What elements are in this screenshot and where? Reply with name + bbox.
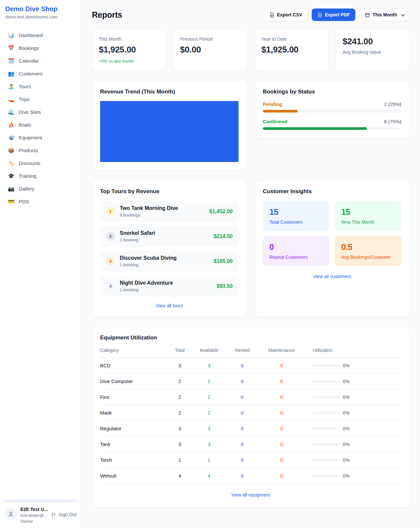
- tour-info: Night Dive Adventure1 booking: [120, 280, 212, 292]
- insight-tile-new-this-month: 15New This Month: [335, 201, 401, 231]
- tour-revenue: $93.50: [217, 283, 233, 289]
- sidebar-item-label: Calendar: [19, 58, 39, 64]
- stat-card-year-to-date: Year to Date $1,925.00: [255, 30, 328, 71]
- tour-row-snorkel-safari: 2Snorkel Safari1 booking$214.50: [100, 226, 239, 247]
- view-all-tours-link[interactable]: View all tours: [100, 303, 239, 308]
- sidebar-item-products[interactable]: 📦Products: [4, 144, 77, 157]
- file-download-icon: [317, 12, 322, 17]
- equipment-row-regulator: Regulator33000%: [100, 421, 401, 437]
- equipment-total: 3: [166, 426, 194, 431]
- equipment-total: 4: [166, 473, 194, 478]
- sidebar-item-pos[interactable]: 💳POS: [4, 195, 77, 208]
- equipment-total: 3: [166, 441, 194, 447]
- main-content: Reports Export CSV Export PDF This Month: [81, 0, 420, 521]
- column-header-available: Available: [194, 348, 224, 353]
- equipment-rented: 0: [224, 363, 260, 368]
- equipment-rented: 0: [224, 457, 260, 463]
- equipment-utilization-cell: 0%: [303, 379, 401, 384]
- stat-label: Year to Date: [262, 36, 322, 42]
- sidebar-item-dashboard[interactable]: 📊Dashboard: [4, 29, 77, 42]
- equipment-table-header: Category Total Available Rented Maintena…: [100, 341, 401, 358]
- status-value: 2 (25%): [384, 101, 401, 107]
- revenue-trend-title: Revenue Trend (This Month): [100, 89, 239, 95]
- column-header-category: Category: [100, 348, 166, 353]
- sidebar-item-tours[interactable]: 🏝️Tours: [4, 80, 77, 93]
- sign-out-button[interactable]: Sign Out: [51, 512, 76, 517]
- insight-label: Total Customers: [269, 219, 323, 225]
- tour-bookings-count: 5 bookings: [120, 213, 204, 217]
- sidebar-item-trips[interactable]: 🚤Trips: [4, 93, 77, 106]
- equipment-utilization-card: Equipment Utilization Category Total Ava…: [92, 326, 410, 508]
- brand-block[interactable]: Demo Dive Shop demo.test.divestreams.com: [0, 0, 81, 24]
- top-tours-title: Top Tours by Revenue: [100, 188, 239, 195]
- bookings-by-status-title: Bookings by Status: [263, 89, 401, 95]
- equipment-row-torch: Torch11000%: [100, 452, 401, 468]
- equipment-category: Tank: [100, 441, 166, 447]
- stat-value: $1,925.00: [99, 45, 159, 55]
- equipment-available: 2: [194, 378, 224, 384]
- user-info: E2E Test U... e2e-tester@... Owner: [20, 507, 48, 524]
- tour-bookings-count: 1 booking: [120, 262, 209, 267]
- sidebar-item-label: Dive Sites: [19, 109, 41, 115]
- equipment-maintenance: 0: [260, 473, 303, 478]
- customer-insights-title: Customer Insights: [263, 188, 401, 195]
- boats-icon: ⛵: [8, 122, 14, 128]
- equipment-row-fins: Fins22000%: [100, 389, 401, 405]
- equipment-maintenance: 0: [260, 410, 303, 416]
- equipment-available: 1: [194, 457, 224, 463]
- equipment-row-mask: Mask22000%: [100, 405, 401, 421]
- sidebar-item-training[interactable]: 🎓Training: [4, 170, 77, 182]
- equipment-maintenance: 0: [260, 394, 303, 400]
- avatar: [5, 508, 17, 520]
- export-pdf-button[interactable]: Export PDF: [312, 9, 355, 21]
- equipment-category: Wetsuit: [100, 473, 166, 478]
- tours-list: 1Two Tank Morning Dive5 bookings$1,452.0…: [100, 201, 239, 296]
- pos-icon: 💳: [8, 198, 14, 205]
- export-csv-button[interactable]: Export CSV: [264, 9, 308, 21]
- status-progress-fill: [263, 127, 367, 130]
- user-name: E2E Test U...: [20, 507, 48, 512]
- calendar-icon: 🗓️: [8, 58, 14, 64]
- stats-row: This Month $1,925.00 +0% vs last month P…: [92, 30, 410, 71]
- period-dropdown[interactable]: This Month: [359, 9, 410, 21]
- view-all-equipment-link[interactable]: View all equipment: [100, 492, 401, 498]
- tour-info: Snorkel Safari1 booking: [120, 230, 209, 242]
- sidebar-item-dive-sites[interactable]: 🌊Dive Sites: [4, 106, 77, 118]
- sidebar-item-label: POS: [19, 199, 29, 204]
- equipment-row-dive-computer: Dive Computer22000%: [100, 374, 401, 389]
- equipment-maintenance: 0: [260, 441, 303, 447]
- person-icon: [8, 511, 14, 518]
- sidebar-item-customers[interactable]: 👥Customers: [4, 67, 77, 80]
- sidebar-item-gallery[interactable]: 📷Gallery: [4, 182, 77, 195]
- sidebar-item-calendar[interactable]: 🗓️Calendar: [4, 54, 77, 67]
- insight-value: 0: [269, 242, 323, 252]
- equipment-available: 3: [194, 363, 224, 368]
- sign-out-icon: [51, 512, 56, 517]
- sidebar-active-item-partial[interactable]: [4, 499, 77, 502]
- sidebar-item-bookings[interactable]: 📅Bookings: [4, 42, 77, 54]
- tour-revenue: $1,452.00: [209, 209, 233, 214]
- revenue-trend-chart: [100, 101, 239, 162]
- sidebar-item-discounts[interactable]: 🏷️Discounts: [4, 157, 77, 170]
- stat-value: $0.00: [180, 45, 240, 55]
- equipment-utilization-cell: 0%: [303, 457, 401, 463]
- equipment-total: 3: [166, 363, 194, 368]
- tour-revenue: $214.50: [214, 234, 233, 239]
- equipment-maintenance: 0: [260, 426, 303, 431]
- equipment-category: BCD: [100, 363, 166, 368]
- sidebar: Demo Dive Shop demo.test.divestreams.com…: [0, 0, 81, 528]
- sidebar-item-boats[interactable]: ⛵Boats: [4, 118, 77, 131]
- view-all-customers-link[interactable]: View all customers: [263, 274, 401, 279]
- equipment-title: Equipment Utilization: [100, 335, 401, 341]
- utilization-percent: 0%: [343, 379, 349, 384]
- tour-name: Discover Scuba Diving: [120, 255, 209, 261]
- status-label-row: Confirmed6 (75%): [263, 119, 401, 124]
- tour-row-two-tank-morning-dive: 1Two Tank Morning Dive5 bookings$1,452.0…: [100, 201, 239, 222]
- utilization-percent: 0%: [343, 363, 349, 368]
- equipment-utilization-cell: 0%: [303, 442, 401, 447]
- sidebar-item-equipment[interactable]: 🤿Equipment: [4, 131, 77, 144]
- equipment-available: 3: [194, 441, 224, 447]
- tour-name: Two Tank Morning Dive: [120, 205, 204, 211]
- export-pdf-label: Export PDF: [325, 12, 350, 17]
- sidebar-item-label: Gallery: [19, 186, 34, 192]
